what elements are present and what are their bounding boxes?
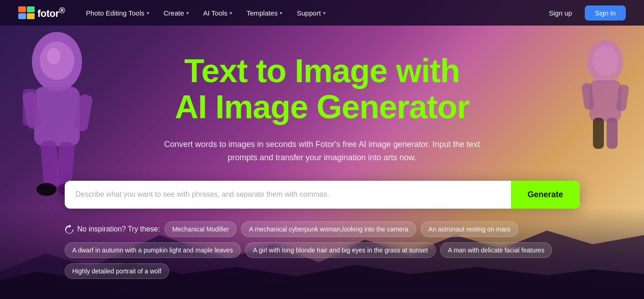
nav-label-photo-editing: Photo Editing Tools <box>86 9 144 17</box>
prompt-input[interactable] <box>65 181 511 208</box>
refresh-icon <box>65 225 74 234</box>
chip-cyberpunk-woman[interactable]: A mechanical cyberpunk woman,looking int… <box>241 221 416 237</box>
no-inspiration-label: No inspiration? Try these: <box>65 225 160 234</box>
generate-button[interactable]: Generate <box>511 181 579 209</box>
nav-label-create: Create <box>164 9 184 17</box>
search-container: Generate <box>65 181 580 209</box>
sign-in-button[interactable]: Sign in <box>585 5 626 21</box>
nav-item-ai-tools[interactable]: AI Tools ▾ <box>197 6 238 20</box>
chevron-down-icon: ▾ <box>186 10 189 16</box>
brand-superscript: ® <box>59 5 65 15</box>
svg-rect-20 <box>18 13 26 19</box>
no-inspiration-text: No inspiration? Try these: <box>77 225 160 233</box>
sign-up-button[interactable]: Sign up <box>543 6 577 20</box>
chevron-down-icon: ▾ <box>280 10 282 16</box>
chip-dwarf-autumn[interactable]: A dwarf in autumn with a pumpkin light a… <box>65 242 241 258</box>
svg-rect-19 <box>27 6 35 12</box>
chevron-down-icon: ▾ <box>147 10 149 16</box>
navbar: fotor® Photo Editing Tools ▾ Create ▾ AI… <box>0 0 644 26</box>
nav-item-photo-editing-tools[interactable]: Photo Editing Tools ▾ <box>80 6 155 20</box>
logo-text: fotor® <box>37 5 65 20</box>
suggestions-row-1: No inspiration? Try these: Mechanical Mo… <box>65 221 580 237</box>
chip-mechanical-modifier[interactable]: Mechanical Modifier <box>165 221 237 237</box>
hero-title-line1: Text to Image with <box>184 53 460 89</box>
chevron-down-icon: ▾ <box>230 10 232 16</box>
suggestions-area: No inspiration? Try these: Mechanical Mo… <box>65 221 580 279</box>
svg-rect-21 <box>27 13 35 19</box>
chevron-down-icon: ▾ <box>323 10 325 16</box>
main-content: Text to Image with AI Image Generator Co… <box>0 26 644 279</box>
chip-wolf-portrait[interactable]: Highly detailed portrait of a wolf <box>65 263 169 279</box>
logo[interactable]: fotor® <box>18 5 65 20</box>
brand-name: fotor <box>37 8 59 20</box>
nav-item-templates[interactable]: Templates ▾ <box>240 6 289 20</box>
suggestions-row-3: Highly detailed portrait of a wolf <box>65 263 580 279</box>
chip-man-delicate[interactable]: A man with delicate facial features <box>440 242 552 258</box>
chip-astronaut-mars[interactable]: An astronaut resting on mars <box>421 221 518 237</box>
nav-items: Photo Editing Tools ▾ Create ▾ AI Tools … <box>80 6 544 20</box>
nav-label-templates: Templates <box>247 9 278 17</box>
nav-item-create[interactable]: Create ▾ <box>157 6 195 20</box>
suggestions-row-2: A dwarf in autumn with a pumpkin light a… <box>65 242 580 258</box>
nav-item-support[interactable]: Support ▾ <box>290 6 332 20</box>
nav-auth: Sign up Sign in <box>543 5 626 21</box>
hero-title-line2: AI Image Generator <box>175 89 469 125</box>
svg-rect-18 <box>18 6 26 12</box>
nav-label-ai-tools: AI Tools <box>203 9 227 17</box>
chip-girl-blonde[interactable]: A girl with long blonde hair and big eye… <box>245 242 436 258</box>
hero-subtitle: Convert words to images in seconds with … <box>163 138 482 164</box>
logo-icon <box>18 6 35 19</box>
nav-label-support: Support <box>297 9 321 17</box>
